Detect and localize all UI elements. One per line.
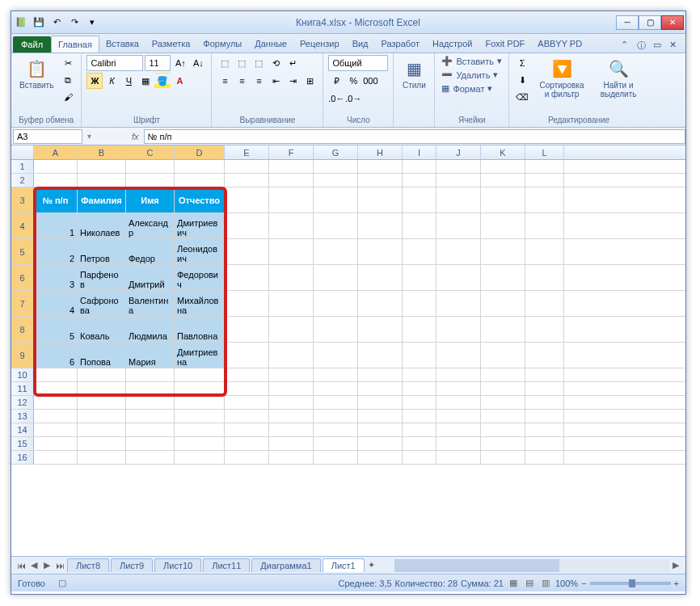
cell[interactable] bbox=[358, 291, 403, 316]
cell[interactable] bbox=[403, 396, 436, 409]
cell[interactable] bbox=[436, 410, 481, 423]
ribbon-tab[interactable]: Главная bbox=[51, 36, 99, 53]
cell[interactable] bbox=[225, 265, 269, 290]
ribbon-tab[interactable]: ABBYY PD bbox=[531, 36, 588, 53]
row-header[interactable]: 6 bbox=[11, 265, 34, 290]
cell[interactable] bbox=[525, 239, 564, 264]
cell[interactable] bbox=[225, 317, 269, 342]
zoom-in-icon[interactable]: + bbox=[674, 579, 679, 588]
minimize-ribbon-icon[interactable]: ⌃ bbox=[621, 40, 634, 53]
row-header[interactable]: 13 bbox=[11, 410, 34, 423]
cell[interactable] bbox=[314, 451, 358, 464]
border-icon[interactable]: ▦ bbox=[137, 73, 154, 89]
cell[interactable] bbox=[34, 174, 78, 187]
cell[interactable] bbox=[225, 410, 269, 423]
cell[interactable] bbox=[78, 410, 126, 423]
column-header[interactable]: F bbox=[269, 145, 314, 159]
merge-icon[interactable]: ⊞ bbox=[302, 73, 318, 89]
cell[interactable] bbox=[314, 396, 358, 409]
font-color-icon[interactable]: А bbox=[171, 73, 188, 89]
cell[interactable] bbox=[269, 382, 314, 395]
cell[interactable] bbox=[314, 382, 358, 395]
cell[interactable] bbox=[34, 437, 78, 450]
cell[interactable]: 2 bbox=[34, 239, 78, 264]
cell[interactable]: Петров bbox=[78, 239, 126, 264]
cell[interactable]: Александр bbox=[126, 213, 175, 238]
cell[interactable] bbox=[225, 382, 269, 395]
cell[interactable] bbox=[175, 451, 225, 464]
zoom-out-icon[interactable]: − bbox=[581, 579, 586, 588]
column-header[interactable]: D bbox=[175, 145, 225, 159]
cell[interactable] bbox=[225, 213, 269, 238]
cell[interactable] bbox=[358, 265, 403, 290]
cell[interactable] bbox=[314, 239, 358, 264]
cell[interactable] bbox=[314, 437, 358, 450]
save-icon[interactable]: 💾 bbox=[31, 15, 47, 31]
cell[interactable]: 5 bbox=[34, 317, 78, 342]
file-tab[interactable]: Файл bbox=[13, 36, 51, 53]
cell[interactable] bbox=[175, 160, 225, 173]
cell[interactable] bbox=[269, 317, 314, 342]
clear-icon[interactable]: ⌫ bbox=[514, 89, 530, 105]
cell[interactable]: Леонидович bbox=[175, 239, 225, 264]
cell[interactable] bbox=[436, 174, 481, 187]
cell[interactable] bbox=[358, 368, 403, 381]
cell[interactable] bbox=[403, 451, 436, 464]
cell[interactable] bbox=[269, 213, 314, 238]
increase-font-icon[interactable]: A↑ bbox=[172, 55, 188, 71]
decrease-indent-icon[interactable]: ⇤ bbox=[268, 73, 284, 89]
align-right-icon[interactable]: ≡ bbox=[251, 73, 267, 89]
cell[interactable]: Федорович bbox=[175, 265, 225, 290]
first-sheet-icon[interactable]: ⏮ bbox=[15, 559, 27, 572]
cell[interactable] bbox=[34, 423, 78, 436]
cell[interactable] bbox=[436, 343, 481, 368]
cell[interactable] bbox=[403, 174, 436, 187]
ribbon-tab[interactable]: Разметка bbox=[145, 36, 197, 53]
cell[interactable] bbox=[269, 265, 314, 290]
cell[interactable] bbox=[481, 239, 525, 264]
cell[interactable] bbox=[225, 437, 269, 450]
cell[interactable] bbox=[314, 265, 358, 290]
cell[interactable] bbox=[436, 396, 481, 409]
cell[interactable] bbox=[78, 451, 126, 464]
column-header[interactable]: L bbox=[525, 145, 564, 159]
cell[interactable] bbox=[225, 396, 269, 409]
close-button[interactable]: ✕ bbox=[661, 15, 684, 30]
cell[interactable] bbox=[175, 423, 225, 436]
cell[interactable] bbox=[225, 451, 269, 464]
zoom-slider[interactable] bbox=[590, 582, 671, 585]
font-size-combo[interactable] bbox=[145, 55, 171, 71]
cell[interactable] bbox=[481, 174, 525, 187]
cell[interactable] bbox=[34, 410, 78, 423]
find-select-button[interactable]: 🔍 Найти и выделить bbox=[593, 55, 643, 100]
row-header[interactable]: 4 bbox=[11, 213, 34, 238]
next-sheet-icon[interactable]: ▶ bbox=[40, 559, 53, 572]
column-header[interactable]: E bbox=[225, 145, 269, 159]
cell[interactable] bbox=[403, 423, 436, 436]
cell[interactable] bbox=[78, 174, 126, 187]
cell[interactable] bbox=[314, 174, 358, 187]
wrap-text-icon[interactable]: ↵ bbox=[285, 55, 301, 71]
cell[interactable] bbox=[436, 423, 481, 436]
cell[interactable] bbox=[314, 317, 358, 342]
row-header[interactable]: 12 bbox=[11, 396, 34, 409]
ribbon-tab[interactable]: Вид bbox=[346, 36, 375, 53]
cell[interactable] bbox=[481, 213, 525, 238]
cell[interactable]: № п/п bbox=[34, 187, 78, 213]
cell[interactable] bbox=[358, 451, 403, 464]
restore-window-icon[interactable]: ▭ bbox=[653, 40, 666, 53]
cell[interactable] bbox=[225, 423, 269, 436]
cell[interactable] bbox=[481, 437, 525, 450]
cell[interactable] bbox=[358, 423, 403, 436]
cell[interactable] bbox=[225, 239, 269, 264]
help-icon[interactable]: ⓘ bbox=[637, 40, 650, 53]
cell[interactable]: Михайловна bbox=[175, 291, 225, 316]
cell[interactable] bbox=[358, 317, 403, 342]
cell[interactable] bbox=[225, 187, 269, 213]
cell[interactable]: Дмитрий bbox=[126, 265, 175, 290]
cell[interactable] bbox=[525, 291, 564, 316]
decrease-decimal-icon[interactable]: .0→ bbox=[345, 90, 361, 107]
italic-button[interactable]: К bbox=[103, 73, 120, 89]
row-header[interactable]: 16 bbox=[11, 451, 34, 464]
cell[interactable]: Попова bbox=[78, 343, 126, 368]
